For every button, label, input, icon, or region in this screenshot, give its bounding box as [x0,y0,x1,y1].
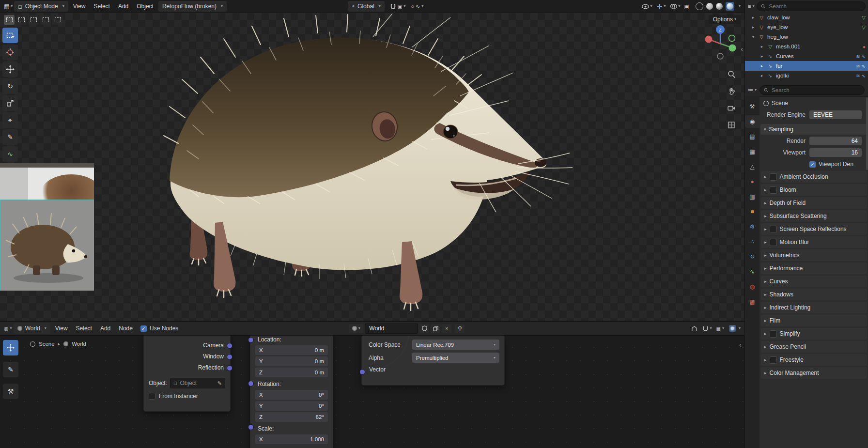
curves-data-icon[interactable]: ∿ [862,73,866,78]
overlay-toggle-active[interactable] [729,325,736,332]
sampling-viewport-field[interactable]: 16 [809,148,862,157]
tab-material-icon[interactable]: ◍ [745,280,760,293]
tab-object-data-icon[interactable]: ∿ [745,265,760,278]
expand-icon[interactable]: ▸ [760,73,764,78]
menu-add[interactable]: Add [97,324,114,333]
mapping-rotation-y[interactable]: Y0° [255,401,328,411]
tab-collection-icon[interactable]: ▥ [745,190,760,203]
panel-motion-blur[interactable]: ▸Motion Blur [761,236,867,248]
use-nodes-checkbox[interactable]: ✓ [140,325,147,332]
menu-view[interactable]: View [70,2,89,11]
mapping-rotation-x[interactable]: X0° [255,390,328,400]
panel-bloom[interactable]: ▸Bloom [761,184,867,196]
visibility-dropdown[interactable]: ▾ [642,4,652,9]
annotate-tool-icon[interactable]: ✎ [2,129,18,145]
outliner-search[interactable] [757,1,866,11]
reference-image-hedgehog[interactable] [0,200,94,291]
snap-target-dropdown[interactable]: ▣▾ [398,4,405,9]
socket-scale[interactable] [248,424,254,430]
panel-checkbox[interactable] [770,226,777,233]
snap-magnet-icon[interactable]: ▾ [702,325,712,332]
curves-data-icon[interactable]: ∿ [862,63,866,69]
properties-search-input[interactable] [771,87,860,93]
tab-object-icon[interactable]: ■ [745,205,760,218]
panel-shadows[interactable]: ▸Shadows [761,289,867,300]
shading-wireframe-icon[interactable] [696,2,703,10]
node-arrange-icon[interactable] [691,325,698,332]
properties-scrollbar[interactable] [866,97,868,170]
mapping-location-z[interactable]: Z0 m [255,368,328,377]
properties-editor-icon[interactable]: ≔▾ [748,87,757,93]
panel-film[interactable]: ▸Film [761,315,867,326]
panel-checkbox[interactable] [770,330,777,338]
shading-rendered-active[interactable] [726,2,734,11]
particles-icon[interactable]: ≋ [856,54,860,59]
select-mode-new-button[interactable] [4,15,15,25]
orientation-dropdown[interactable]: ⌖ Global ▾ [348,1,384,12]
tab-tool-icon[interactable]: ⚒ [745,100,760,113]
expand-icon[interactable]: ▸ [760,44,764,49]
outliner-row-igolki[interactable]: ▸ ∿ igolki ≋∿ [745,71,868,80]
shader-editor-icon[interactable]: ◍▾ [4,325,12,332]
copy-datablock-icon[interactable] [431,324,440,333]
outliner-row-eye-low[interactable]: ▸ ▽ eye_low ▽ [745,22,868,32]
reference-image-top[interactable] [0,163,94,200]
select-mode-extend-button[interactable] [16,15,27,25]
zoom-icon[interactable] [726,69,737,79]
panel-screen-space-reflections[interactable]: ▸Screen Space Reflections [761,223,867,235]
panel-checkbox[interactable] [770,173,777,181]
panel-indirect-lighting[interactable]: ▸Indirect Lighting [761,302,867,313]
tab-scene-icon[interactable]: △ [745,160,760,173]
tab-modifiers-icon[interactable]: ⚙ [745,220,760,233]
panel-depth-of-field[interactable]: ▸Depth of Field [761,197,867,209]
mapping-scale-x[interactable]: X1.000 [255,434,328,444]
editor-type-icon[interactable]: ▦▾ [4,3,13,10]
tab-render-icon[interactable]: ◉ [745,115,760,128]
tab-particles-icon[interactable]: ∴ [745,235,760,248]
mapping-location-y[interactable]: Y0 m [255,356,328,366]
sampling-render-field[interactable]: 64 [809,137,862,145]
color-space-dropdown[interactable]: Linear Rec.709 ▾ [412,340,499,350]
shader-type-dropdown[interactable]: World ▾ [14,323,50,334]
hedgehog-model[interactable] [140,14,576,314]
sidebar-collapse-icon[interactable]: ‹ [741,45,743,53]
outliner-row-curves[interactable]: ▸ ∿ Curves ≋∿ [745,51,868,61]
socket-reflection[interactable] [227,365,232,371]
socket-window[interactable] [227,354,232,360]
socket-vector[interactable] [359,369,365,375]
menu-node[interactable]: Node [115,324,136,333]
panel-subsurface-scattering[interactable]: ▸Subsurface Scattering [761,210,867,222]
world-name-field[interactable]: World [365,324,418,334]
object-picker-field[interactable]: ◻ Object ✎ [170,378,225,388]
world-browse-dropdown[interactable]: ▾ [349,324,363,333]
node-select-tool-icon[interactable] [3,340,18,355]
node-texture-coordinate[interactable]: Camera Window Reflection Object: ◻ Objec… [143,334,231,412]
menu-select[interactable]: Select [91,2,113,11]
panel-grease-pencil[interactable]: ▸Grease Pencil [761,341,867,353]
panel-curves[interactable]: ▸Curves [761,276,867,287]
snap-node-dropdown[interactable]: ▦▾ [716,326,724,331]
transform-tool-icon[interactable]: ⌖ [2,112,18,128]
pan-hand-icon[interactable] [726,86,737,96]
material-icon[interactable]: ● [863,44,866,49]
from-instancer-checkbox[interactable] [149,393,155,400]
sidebar-collapse-icon[interactable]: ‹ [739,340,742,349]
outliner-row-heg-low[interactable]: ▾ ▽ heg_low [745,32,868,42]
mapping-rotation-z[interactable]: Z62° [255,412,328,422]
tab-texture-icon[interactable]: ▩ [745,295,760,308]
select-mode-invert-button[interactable] [40,15,51,25]
select-box-tool-icon[interactable] [2,28,18,43]
tab-physics-icon[interactable]: ↻ [745,250,760,263]
shader-editor[interactable]: ◍▾ World ▾ View Select Add Node ✓ Use No… [0,321,744,448]
tab-world-icon[interactable]: ● [745,175,760,188]
socket-camera[interactable] [227,343,232,349]
socket-rotation[interactable] [248,381,254,386]
tab-view-layer-icon[interactable]: ▦ [745,145,760,158]
proportional-falloff-dropdown[interactable]: ∿▾ [416,3,423,10]
panel-sampling-header[interactable]: ▾ Sampling [760,124,868,135]
mesh-data-icon[interactable]: ▽ [862,15,866,20]
panel-color-management[interactable]: ▸Color Management [761,367,867,379]
expand-icon[interactable]: ▸ [751,15,756,20]
panel-simplify[interactable]: ▸Simplify [761,328,867,340]
outliner-display-mode-icon[interactable]: ≡▾ [748,3,754,9]
